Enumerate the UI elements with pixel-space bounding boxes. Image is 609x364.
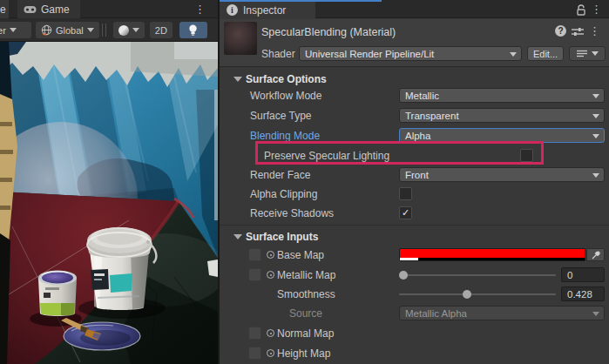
2d-label: 2D [155,25,167,36]
tab-game-label: Game [41,3,70,16]
base-map-row: Base Map [220,247,609,263]
height-map-texture-slot[interactable] [248,347,261,360]
eyedropper-button[interactable] [586,248,605,261]
section-separator [220,225,609,226]
check-icon: ✓ [523,150,531,161]
metallic-value: 0 [567,270,572,280]
scene-viewport[interactable] [0,42,218,364]
smoothness-value-field[interactable]: 0.428 [561,286,605,301]
edit-label: Edit... [533,49,558,59]
alpha-clipping-label: Alpha Clipping [250,188,317,200]
foldout-arrow-icon [233,77,242,82]
blending-mode-dropdown[interactable]: Alpha [399,128,605,143]
base-map-color-swatch[interactable] [399,248,585,261]
surface-inputs-title: Surface Inputs [246,231,318,243]
alpha-clipping-checkbox[interactable]: ✓ [399,187,412,200]
globe-icon [41,24,52,36]
base-map-label: Base Map [277,249,324,261]
object-picker-icon[interactable] [267,329,274,337]
scene-view-menu-kebab-icon[interactable]: ⋮ [194,3,206,15]
surface-options-header[interactable]: Surface Options [220,72,609,88]
height-map-label: Height Map [277,347,330,360]
pivot-mode-label: ter [0,25,6,36]
normal-map-row: Normal Map [220,326,609,341]
scene-lighting-toggle-button[interactable] [179,22,207,38]
scene-tabbar: e Game ⋮ [0,0,218,18]
metallic-map-row: Metallic Map 0 [220,267,609,283]
blending-mode-row: Blending Mode Alpha [220,128,609,144]
object-picker-icon[interactable] [267,271,274,279]
list-icon [577,50,587,57]
orientation-dropdown[interactable]: Global [36,22,99,38]
render-face-value: Front [405,170,429,180]
normal-map-label: Normal Map [277,327,334,340]
material-header: SpecularBlending (Material) ? ⋮ Shader U… [220,19,609,67]
source-value: Metallic Alpha [405,308,467,319]
check-icon: ✓ [402,207,409,219]
receive-shadows-checkbox[interactable]: ✓ [399,206,412,219]
surface-type-value: Transparent [405,111,459,121]
render-face-label: Render Face [250,169,310,181]
info-icon: i [227,4,238,16]
shader-row: Shader Universal Render Pipeline/Lit Edi… [220,44,609,64]
workflow-mode-dropdown[interactable]: Metallic [399,88,605,103]
chevron-down-icon [592,114,599,118]
presets-icon[interactable] [572,27,584,37]
shader-value: Universal Render Pipeline/Lit [305,49,434,59]
shader-label: Shader [261,48,295,60]
tab-inspector[interactable]: i Inspector [220,2,315,18]
chevron-down-icon [87,28,94,32]
metallic-map-texture-slot[interactable] [248,268,261,281]
source-label: Source [289,307,322,320]
metallic-value-field[interactable]: 0 [561,267,605,282]
inspector-menu-kebab-icon[interactable]: ⋮ [591,3,602,15]
gamepad-icon [24,5,37,14]
chevron-down-icon [10,28,17,32]
tab-scene-partial[interactable]: e [0,0,9,18]
material-menu-kebab-icon[interactable]: ⋮ [589,25,600,37]
slider-knob[interactable] [463,290,471,299]
foldout-arrow-icon [233,234,242,239]
lock-open-icon[interactable] [576,4,586,16]
object-picker-icon[interactable] [267,251,274,259]
base-map-texture-slot[interactable] [248,248,261,261]
tab-scene-partial-label: e [0,3,6,16]
surface-options-title: Surface Options [246,73,327,85]
material-title: SpecularBlending (Material) [261,26,396,38]
2d-toggle-button[interactable]: 2D [150,22,173,38]
shading-mode-dropdown[interactable] [113,22,145,38]
surface-type-dropdown[interactable]: Transparent [399,108,605,123]
slider-track[interactable] [399,274,556,276]
shader-dropdown[interactable]: Universal Render Pipeline/Lit [299,46,522,61]
toolbar-separator [105,24,106,37]
shader-edit-button[interactable]: Edit... [527,46,564,61]
preserve-specular-checkbox[interactable]: ✓ [520,149,533,162]
smoothness-row: Smoothness 0.428 [220,286,609,302]
slider-knob[interactable] [399,271,408,280]
surface-type-row: Surface Type Transparent [220,108,609,124]
preserve-specular-row: Preserve Specular Lighting ✓ [220,148,609,164]
eyedropper-icon [592,251,600,260]
tab-game[interactable]: Game [17,0,80,18]
shader-list-button[interactable] [569,46,606,61]
render-face-dropdown[interactable]: Front [399,167,605,182]
source-dropdown: Metallic Alpha [399,306,605,320]
metallic-slider[interactable] [399,267,556,283]
receive-shadows-row: Receive Shadows ✓ [220,206,609,221]
blending-mode-label: Blending Mode [250,130,320,142]
alpha-clipping-row: Alpha Clipping ✓ [220,186,609,202]
slider-track[interactable] [399,293,556,295]
unity-editor-window: e Game ⋮ ter [0,0,609,364]
height-map-row: Height Map [220,346,609,361]
lightbulb-icon [188,24,198,37]
smoothness-slider[interactable] [399,286,556,302]
workflow-mode-row: Workflow Mode Metallic [220,88,609,104]
help-icon[interactable]: ? [555,25,566,37]
chevron-down-icon [592,51,599,56]
preserve-specular-label: Preserve Specular Lighting [264,150,389,162]
pivot-mode-dropdown[interactable]: ter [0,22,31,38]
normal-map-texture-slot[interactable] [248,327,261,340]
surface-inputs-header[interactable]: Surface Inputs [220,230,609,246]
object-picker-icon[interactable] [267,349,274,357]
workflow-mode-value: Metallic [405,91,439,101]
